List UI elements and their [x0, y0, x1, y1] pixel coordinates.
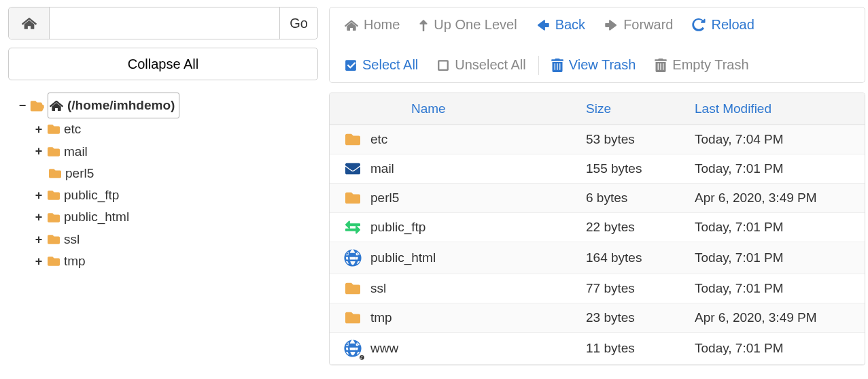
mail-icon	[343, 161, 362, 176]
tree-item-label: etc	[64, 118, 81, 140]
toolbar-view-trash[interactable]: View Trash	[542, 52, 646, 78]
left-panel: Go Collapse All − (/home/imhdemo) +etc+m…	[0, 0, 326, 379]
folder-icon	[344, 132, 362, 147]
tree-item[interactable]: +public_ftp	[34, 184, 318, 206]
folder-icon	[46, 233, 61, 246]
folder-icon	[344, 191, 362, 205]
tree-item[interactable]: +ssl	[34, 229, 318, 250]
expand-icon[interactable]: +	[34, 119, 44, 140]
file-name: ssl	[370, 281, 586, 296]
tree-item[interactable]: +tmp	[34, 250, 318, 272]
tree-item-label: tmp	[64, 250, 86, 272]
file-size: 11 bytes	[586, 341, 695, 356]
home-icon	[22, 16, 37, 31]
header-modified[interactable]: Last Modified	[695, 101, 865, 116]
table-row[interactable]: ssl77 bytesToday, 7:01 PM	[330, 274, 865, 303]
trash-icon	[551, 59, 563, 72]
file-size: 164 bytes	[586, 250, 695, 265]
toolbar-home[interactable]: Home	[335, 12, 409, 38]
file-size: 6 bytes	[586, 191, 695, 205]
file-name: etc	[370, 132, 586, 147]
file-size: 155 bytes	[586, 161, 695, 176]
table-row[interactable]: tmp23 bytesApr 6, 2020, 3:49 PM	[330, 303, 865, 333]
file-modified: Today, 7:01 PM	[695, 250, 865, 265]
header-size[interactable]: Size	[586, 101, 695, 116]
up-arrow-icon	[419, 18, 428, 32]
transfer-arrows-icon	[343, 220, 362, 235]
collapse-all-button[interactable]: Collapse All	[8, 48, 318, 80]
table-row[interactable]: public_ftp22 bytesToday, 7:01 PM	[330, 213, 865, 242]
expand-icon[interactable]: +	[34, 251, 44, 272]
file-name: tmp	[370, 310, 586, 325]
path-home-button[interactable]	[9, 7, 50, 39]
path-input[interactable]	[50, 7, 279, 39]
home-icon	[50, 99, 63, 112]
tree-item-label: public_ftp	[64, 184, 119, 206]
file-modified: Apr 6, 2020, 3:49 PM	[695, 191, 865, 205]
tree-item-label: ssl	[64, 229, 80, 250]
toolbar-back[interactable]: Back	[527, 12, 595, 38]
toolbar-reload[interactable]: Reload	[682, 12, 763, 38]
expand-icon[interactable]: +	[34, 207, 44, 228]
file-size: 22 bytes	[586, 220, 695, 235]
link-badge-icon	[355, 350, 364, 360]
checkbox-empty-icon	[437, 59, 449, 71]
file-size: 77 bytes	[586, 281, 695, 296]
folder-icon	[344, 310, 362, 325]
file-name: www	[370, 341, 586, 356]
toolbar-select-all[interactable]: Select All	[335, 52, 428, 78]
table-row[interactable]: www11 bytesToday, 7:01 PM	[330, 333, 865, 365]
path-bar: Go	[8, 7, 318, 39]
trash-icon	[655, 59, 667, 72]
toolbar-forward[interactable]: Forward	[595, 12, 682, 38]
file-modified: Apr 6, 2020, 3:49 PM	[695, 310, 865, 325]
expand-icon[interactable]: +	[34, 141, 44, 162]
checkbox-checked-icon	[345, 59, 357, 71]
folder-tree: − (/home/imhdemo) +etc+mailperl5+public_…	[8, 93, 318, 272]
expand-icon[interactable]: +	[34, 185, 44, 206]
file-name: public_ftp	[370, 220, 586, 235]
home-icon	[345, 18, 358, 32]
table-row[interactable]: etc53 bytesToday, 7:04 PM	[330, 125, 865, 154]
folder-icon	[46, 123, 61, 135]
folder-icon	[46, 255, 61, 267]
toolbar-empty-trash[interactable]: Empty Trash	[645, 52, 758, 78]
table-row[interactable]: mail155 bytesToday, 7:01 PM	[330, 154, 865, 184]
file-modified: Today, 7:04 PM	[695, 132, 865, 147]
file-modified: Today, 7:01 PM	[695, 220, 865, 235]
file-size: 53 bytes	[586, 132, 695, 147]
file-modified: Today, 7:01 PM	[695, 281, 865, 296]
right-panel: Home Up One Level Back Forward Reload Se…	[326, 0, 868, 379]
tree-item-label: mail	[64, 141, 88, 163]
go-button[interactable]: Go	[279, 7, 317, 39]
tree-item[interactable]: +mail	[34, 141, 318, 163]
expand-icon[interactable]: +	[34, 229, 44, 250]
folder-icon	[46, 189, 61, 201]
tree-item-label: public_html	[64, 206, 129, 228]
folder-icon	[46, 146, 61, 158]
tree-item-label: perl5	[65, 163, 94, 184]
tree-item[interactable]: perl5	[34, 163, 318, 184]
file-name: public_html	[370, 250, 586, 265]
toolbar: Home Up One Level Back Forward Reload Se…	[329, 7, 865, 83]
file-size: 23 bytes	[586, 310, 695, 325]
collapse-icon[interactable]: −	[18, 95, 27, 116]
table-row[interactable]: perl56 bytesApr 6, 2020, 3:49 PM	[330, 184, 865, 213]
reload-icon	[692, 18, 706, 32]
header-name[interactable]: Name	[370, 101, 586, 116]
file-modified: Today, 7:01 PM	[695, 341, 865, 356]
toolbar-up[interactable]: Up One Level	[409, 12, 526, 38]
tree-root[interactable]: − (/home/imhdemo)	[18, 93, 318, 118]
folder-icon	[344, 281, 362, 296]
file-name: mail	[370, 161, 586, 176]
toolbar-unselect-all[interactable]: Unselect All	[428, 52, 536, 78]
tree-item[interactable]: +public_html	[34, 206, 318, 228]
folder-icon	[48, 167, 63, 180]
table-row[interactable]: public_html164 bytesToday, 7:01 PM	[330, 242, 865, 274]
file-table: Name Size Last Modified etc53 bytesToday…	[329, 93, 865, 365]
table-header: Name Size Last Modified	[330, 93, 865, 125]
tree-root-label: (/home/imhdemo)	[67, 95, 175, 116]
file-name: perl5	[370, 191, 586, 205]
folder-icon	[46, 212, 61, 224]
tree-item[interactable]: +etc	[34, 118, 318, 140]
